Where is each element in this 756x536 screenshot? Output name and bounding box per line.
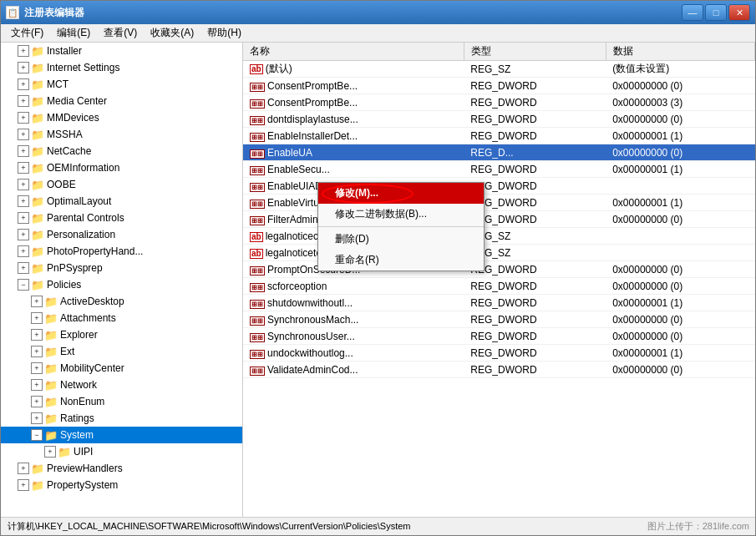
tree-item[interactable]: +📁Explorer (1, 326, 242, 343)
table-row[interactable]: ⊞⊞undockwithoutlog...REG_DWORD0x00000001… (243, 345, 755, 362)
table-row[interactable]: ⊞⊞EnableUAREG_D...0x00000000 (0) (243, 144, 755, 161)
menu-view[interactable]: 查看(V) (97, 24, 144, 42)
table-row[interactable]: ⊞⊞SynchronousUser...REG_DWORD0x00000000 … (243, 328, 755, 345)
tree-expand-button[interactable]: + (31, 312, 43, 324)
tree-item[interactable]: +📁OptimalLayout (1, 193, 242, 210)
tree-expand-button[interactable]: + (31, 346, 43, 357)
reg-name: ValidateAdminCod... (267, 364, 358, 376)
reg-name-cell: ⊞⊞ConsentPromptBe... (243, 78, 464, 94)
tree-expand-button[interactable]: + (18, 45, 29, 57)
tree-expand-button[interactable]: + (31, 412, 43, 424)
table-row[interactable]: ⊞⊞SynchronousMach...REG_DWORD0x00000000 … (243, 311, 755, 328)
tree-item[interactable]: +📁MCT (1, 76, 242, 93)
tree-expand-button[interactable]: + (18, 262, 29, 274)
tree-item[interactable]: +📁PropertySystem (1, 477, 242, 493)
tree-expand-button[interactable]: + (31, 396, 43, 407)
tree-panel[interactable]: +📁Installer+📁Internet Settings+📁MCT+📁Med… (1, 43, 243, 517)
menu-file[interactable]: 文件(F) (4, 24, 50, 42)
tree-expand-button[interactable]: + (18, 62, 29, 73)
tree-item[interactable]: +📁MobilityCenter (1, 360, 242, 377)
tree-item[interactable]: +📁ActiveDesktop (1, 293, 242, 310)
tree-expand-button[interactable]: + (31, 379, 43, 391)
tree-expand-button[interactable]: + (31, 296, 43, 307)
tree-expand-button[interactable]: + (18, 95, 29, 107)
tree-expand-button[interactable]: + (18, 145, 29, 157)
tree-expand-button[interactable]: + (18, 195, 29, 207)
tree-item[interactable]: +📁NetCache (1, 143, 242, 159)
tree-item[interactable]: +📁PhotoPropertyHand... (1, 243, 242, 260)
table-row[interactable]: ⊞⊞EnableSecu...REG_DWORD0x00000001 (1) (243, 161, 755, 178)
tree-item[interactable]: +📁Internet Settings (1, 59, 242, 76)
menu-edit[interactable]: 编辑(E) (50, 24, 97, 42)
tree-item[interactable]: +📁Attachments (1, 310, 242, 326)
tree-item-label: MobilityCenter (60, 362, 124, 374)
tree-item[interactable]: +📁Network (1, 377, 242, 393)
tree-expand-button[interactable]: + (18, 229, 29, 240)
tree-expand-button[interactable]: + (31, 329, 43, 341)
table-row[interactable]: ab(默认)REG_SZ(数值未设置) (243, 61, 755, 78)
folder-icon: 📁 (31, 229, 44, 241)
tree-expand-button[interactable]: + (18, 78, 29, 90)
reg-type-cell: REG_SZ (464, 245, 606, 261)
context-menu-item[interactable]: 重命名(R) (318, 250, 484, 271)
tree-expand-button[interactable]: + (18, 212, 29, 224)
tree-expand-button[interactable]: + (18, 162, 29, 174)
tree-item[interactable]: +📁Parental Controls (1, 210, 242, 226)
table-row[interactable]: ⊞⊞scforceoptionREG_DWORD0x00000000 (0) (243, 278, 755, 295)
folder-icon: 📁 (31, 162, 44, 174)
reg-type-icon: ⊞⊞ (250, 367, 265, 376)
tree-item[interactable]: +📁OEMInformation (1, 159, 242, 176)
menu-favorites[interactable]: 收藏夹(A) (144, 24, 200, 42)
tree-item[interactable]: +📁Personalization (1, 226, 242, 243)
minimize-button[interactable]: — (682, 4, 703, 21)
table-row[interactable]: ⊞⊞ConsentPromptBe...REG_DWORD0x00000000 … (243, 78, 755, 94)
tree-item[interactable]: +📁MMDevices (1, 109, 242, 126)
tree-item[interactable]: −📁System (1, 427, 242, 443)
tree-item[interactable]: +📁UIPI (1, 443, 242, 460)
menu-help[interactable]: 帮助(H) (200, 24, 248, 42)
context-menu-item[interactable]: 修改(M)... (318, 183, 484, 204)
context-menu-item[interactable]: 修改二进制数据(B)... (318, 204, 484, 225)
reg-name-cell: ⊞⊞EnableUA (243, 144, 464, 161)
tree-item[interactable]: +📁Installer (1, 43, 242, 59)
table-row[interactable]: ⊞⊞dontdisplaylastuse...REG_DWORD0x000000… (243, 111, 755, 128)
tree-expand-button[interactable]: − (18, 279, 29, 291)
tree-expand-button[interactable]: + (18, 179, 29, 190)
tree-expand-button[interactable]: + (18, 479, 29, 491)
registry-table[interactable]: 名称 类型 数据 ab(默认)REG_SZ(数值未设置)⊞⊞ConsentPro… (243, 43, 755, 517)
table-row[interactable]: ⊞⊞ValidateAdminCod...REG_DWORD0x00000000… (243, 362, 755, 378)
tree-item[interactable]: −📁Policies (1, 276, 242, 293)
menu-bar: 文件(F) 编辑(E) 查看(V) 收藏夹(A) 帮助(H) (1, 24, 755, 43)
tree-item[interactable]: +📁Media Center (1, 93, 242, 109)
tree-item[interactable]: +📁PreviewHandlers (1, 460, 242, 477)
tree-expand-button[interactable]: + (44, 446, 56, 458)
table-row[interactable]: ⊞⊞EnableInstallerDet...REG_DWORD0x000000… (243, 128, 755, 144)
maximize-button[interactable]: □ (705, 4, 727, 21)
tree-item[interactable]: +📁NonEnum (1, 393, 242, 410)
folder-icon: 📁 (31, 245, 44, 258)
context-menu[interactable]: 修改(M)...修改二进制数据(B)...删除(D)重命名(R) (317, 182, 485, 271)
tree-item[interactable]: +📁PnPSysprep (1, 260, 242, 276)
table-row[interactable]: ⊞⊞ConsentPromptBe...REG_DWORD0x00000003 … (243, 94, 755, 111)
tree-expand-button[interactable]: + (31, 362, 43, 374)
tree-item[interactable]: +📁MSSHA (1, 126, 242, 143)
reg-type-cell: REG_DWORD (464, 94, 606, 111)
col-name: 名称 (243, 43, 464, 61)
tree-item[interactable]: +📁OOBE (1, 176, 242, 193)
context-menu-item[interactable]: 删除(D) (318, 229, 484, 250)
tree-expand-button[interactable]: + (18, 129, 29, 140)
tree-item[interactable]: +📁Ext (1, 343, 242, 360)
status-bar: 计算机\HKEY_LOCAL_MACHINE\SOFTWARE\Microsof… (1, 517, 755, 535)
tree-expand-button[interactable]: + (18, 112, 29, 124)
tree-item-label: MSSHA (47, 129, 83, 140)
tree-expand-button[interactable]: − (31, 429, 43, 441)
tree-item[interactable]: +📁Ratings (1, 410, 242, 427)
tree-expand-button[interactable]: + (18, 245, 29, 257)
window-controls: — □ ✕ (682, 4, 750, 21)
tree-expand-button[interactable]: + (18, 463, 29, 474)
reg-name: scforceoption (267, 281, 327, 292)
reg-name-cell: ⊞⊞SynchronousMach... (243, 311, 464, 328)
folder-icon: 📁 (31, 463, 44, 475)
close-button[interactable]: ✕ (728, 4, 750, 21)
table-row[interactable]: ⊞⊞shutdownwithoutl...REG_DWORD0x00000001… (243, 295, 755, 311)
